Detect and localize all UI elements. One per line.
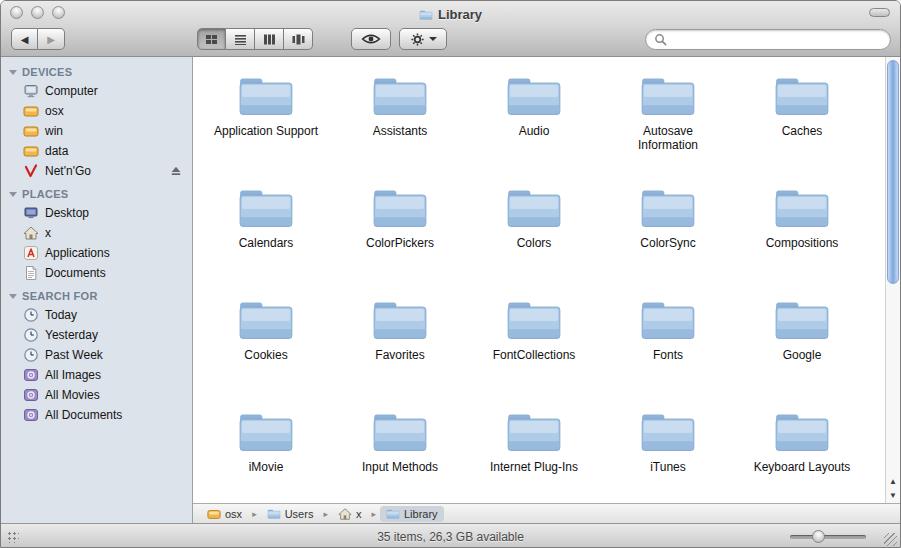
folder-label: Cookies: [211, 348, 321, 362]
sidebar-item-label: Applications: [45, 246, 110, 260]
sidebar-item-all-documents[interactable]: All Documents: [1, 405, 192, 425]
folder-proxy-icon[interactable]: [419, 8, 433, 22]
folder-item[interactable]: Input Methods: [333, 403, 467, 503]
folder-item[interactable]: Application Support: [199, 67, 333, 179]
path-item-users[interactable]: Users: [261, 506, 320, 522]
sidebar-section-search-for[interactable]: SEARCH FOR: [1, 283, 192, 305]
main-row: DEVICES Computer osx win data Net'n'Go: [1, 57, 900, 523]
zoom-button[interactable]: [52, 6, 65, 19]
coverflow-view-button[interactable]: [284, 28, 313, 50]
sidebar-item-home[interactable]: x: [1, 223, 192, 243]
list-view-button[interactable]: [226, 28, 255, 50]
folder-icon: [267, 507, 281, 521]
folder-item[interactable]: Calendars: [199, 179, 333, 291]
title-proxy[interactable]: Library: [419, 2, 482, 22]
icon-grid: Application Support Assistants Audio Aut…: [193, 57, 885, 503]
disclosure-triangle-icon[interactable]: [9, 294, 17, 299]
scrollbar-arrows: ▲ ▼: [886, 474, 900, 502]
folder-item[interactable]: Google: [735, 291, 869, 403]
sidebar: DEVICES Computer osx win data Net'n'Go: [1, 57, 193, 523]
sidebar-item-computer[interactable]: Computer: [1, 81, 192, 101]
folder-item[interactable]: Assistants: [333, 67, 467, 179]
sidebar-item-desktop[interactable]: Desktop: [1, 203, 192, 223]
toolbar-toggle-button[interactable]: [869, 8, 890, 17]
sidebar-item-past-week[interactable]: Past Week: [1, 345, 192, 365]
sidebar-item-all-movies[interactable]: All Movies: [1, 385, 192, 405]
back-button[interactable]: ◀: [11, 28, 38, 50]
title-bar[interactable]: Library: [1, 1, 900, 23]
path-item-library[interactable]: Library: [380, 506, 444, 522]
slider-knob[interactable]: [812, 530, 825, 543]
folder-item[interactable]: Keyboard Layouts: [735, 403, 869, 503]
folder-label: Keyboard Layouts: [747, 460, 857, 474]
sidebar-item-osx[interactable]: osx: [1, 101, 192, 121]
search-input[interactable]: [672, 33, 882, 47]
sidebar-item-all-images[interactable]: All Images: [1, 365, 192, 385]
sidebar-item-label: data: [45, 144, 68, 158]
icon-view-button[interactable]: [197, 28, 226, 50]
disclosure-triangle-icon[interactable]: [9, 192, 17, 197]
path-item-home[interactable]: x: [332, 506, 368, 522]
sidebar-item-win[interactable]: win: [1, 121, 192, 141]
section-label: DEVICES: [22, 66, 72, 78]
folder-item[interactable]: iTunes: [601, 403, 735, 503]
status-bar: 35 items, 26,3 GB available: [1, 523, 900, 548]
folder-item[interactable]: Internet Plug-Ins: [467, 403, 601, 503]
folder-view: Application Support Assistants Audio Aut…: [193, 57, 900, 503]
eject-icon[interactable]: [169, 164, 183, 178]
disclosure-triangle-icon[interactable]: [9, 70, 17, 75]
folder-label: ColorPickers: [345, 236, 455, 250]
folder-item[interactable]: Autosave Information: [601, 67, 735, 179]
path-item-osx[interactable]: osx: [201, 506, 248, 522]
folder-item[interactable]: FontCollections: [467, 291, 601, 403]
column-view-button[interactable]: [255, 28, 284, 50]
scrollbar-thumb[interactable]: [887, 60, 899, 284]
close-button[interactable]: [10, 6, 23, 19]
folder-item[interactable]: Fonts: [601, 291, 735, 403]
path-item-label: x: [356, 508, 362, 520]
folder-item[interactable]: Favorites: [333, 291, 467, 403]
scroll-down-button[interactable]: ▼: [886, 488, 900, 502]
folder-label: iTunes: [613, 460, 723, 474]
folder-item[interactable]: Compositions: [735, 179, 869, 291]
sidebar-item-label: Desktop: [45, 206, 89, 220]
sidebar-item-data[interactable]: data: [1, 141, 192, 161]
window-chrome: Library ◀ ▶: [1, 1, 900, 57]
sidebar-item-netngo[interactable]: Net'n'Go: [1, 161, 192, 181]
folder-icon: [504, 184, 564, 232]
forward-button[interactable]: ▶: [38, 28, 65, 50]
vertical-scrollbar[interactable]: ▲ ▼: [885, 57, 900, 503]
icon-size-slider[interactable]: [790, 535, 866, 539]
quicklook-button[interactable]: [351, 28, 391, 50]
folder-item[interactable]: Audio: [467, 67, 601, 179]
drive-icon: [207, 507, 221, 521]
sidebar-item-documents[interactable]: Documents: [1, 263, 192, 283]
folder-item[interactable]: Colors: [467, 179, 601, 291]
folder-item[interactable]: Caches: [735, 67, 869, 179]
path-bar: osx ▸ Users ▸ x ▸ Library: [193, 503, 900, 523]
desktop-icon: [23, 205, 39, 221]
folder-item[interactable]: ColorSync: [601, 179, 735, 291]
sidebar-item-label: Computer: [45, 84, 98, 98]
path-item-label: Library: [404, 508, 438, 520]
grid-dots-icon[interactable]: [7, 531, 19, 543]
action-menu-button[interactable]: [399, 28, 447, 50]
sidebar-item-label: win: [45, 124, 63, 138]
computer-icon: [23, 83, 39, 99]
sidebar-item-applications[interactable]: Applications: [1, 243, 192, 263]
search-field[interactable]: [645, 29, 891, 50]
sidebar-item-today[interactable]: Today: [1, 305, 192, 325]
folder-item[interactable]: iMovie: [199, 403, 333, 503]
scroll-up-button[interactable]: ▲: [886, 474, 900, 488]
resize-grip-icon[interactable]: [884, 533, 897, 546]
minimize-button[interactable]: [31, 6, 44, 19]
sidebar-section-places[interactable]: PLACES: [1, 181, 192, 203]
sidebar-item-yesterday[interactable]: Yesterday: [1, 325, 192, 345]
home-icon: [23, 225, 39, 241]
folder-label: ColorSync: [613, 236, 723, 250]
folder-label: FontCollections: [479, 348, 589, 362]
sidebar-item-label: All Images: [45, 368, 101, 382]
folder-item[interactable]: Cookies: [199, 291, 333, 403]
folder-item[interactable]: ColorPickers: [333, 179, 467, 291]
sidebar-section-devices[interactable]: DEVICES: [1, 59, 192, 81]
